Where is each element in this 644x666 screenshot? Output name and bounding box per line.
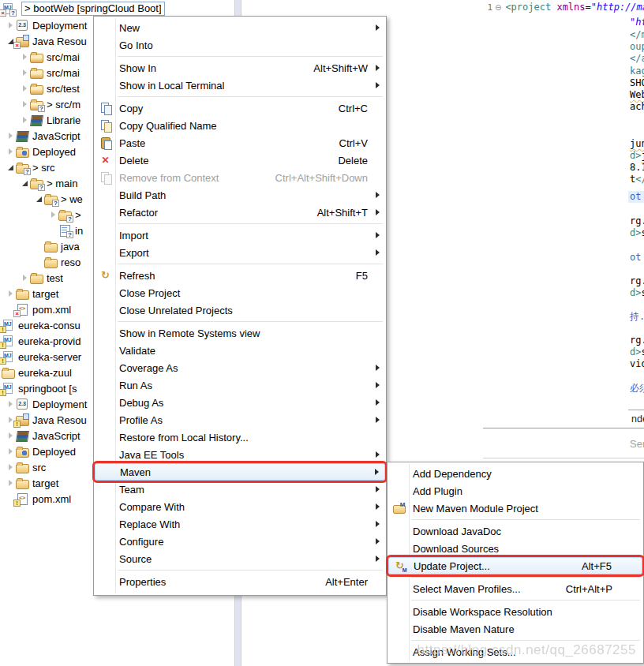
expand-arrow-icon[interactable] xyxy=(19,101,30,107)
view-tab-label: Servers xyxy=(630,438,644,450)
menu-separator xyxy=(118,570,383,571)
menu-separator xyxy=(118,96,383,97)
expand-arrow-icon[interactable] xyxy=(19,54,30,60)
menu-item-restore-from-local-history[interactable]: Restore from Local History... xyxy=(95,428,385,446)
expand-arrow-icon[interactable] xyxy=(19,85,30,92)
code-segment-txt: spring-boot-starter- xyxy=(641,346,644,357)
menu-item-maven[interactable]: Maven xyxy=(95,463,385,481)
code-segment-com: ot 热部署 --> xyxy=(630,252,644,263)
menu-item-label: Delete xyxy=(119,155,338,166)
menu-item-java-ee-tools[interactable]: Java EE Tools xyxy=(95,446,385,463)
menu-item-export[interactable]: Export xyxy=(95,244,385,261)
expand-arrow-icon[interactable] xyxy=(5,448,16,455)
collapse-arrow-icon[interactable] xyxy=(5,165,16,170)
expand-arrow-icon[interactable] xyxy=(5,290,16,297)
menu-item-disable-maven-nature[interactable]: Disable Maven Nature xyxy=(388,620,642,638)
menu-item-close-project[interactable]: Close Project xyxy=(95,284,385,301)
menu-item-profile-as[interactable]: Profile As xyxy=(95,411,385,428)
folder-icon xyxy=(16,287,28,300)
expand-arrow-icon[interactable] xyxy=(5,432,16,439)
code-segment-tag: <project xyxy=(505,2,551,13)
expand-arrow-icon[interactable] xyxy=(5,22,16,28)
menu-item-remove-from-context: Remove from ContextCtrl+Alt+Shift+Down xyxy=(95,169,385,186)
menu-item-download-javadoc[interactable]: Download JavaDoc xyxy=(388,522,642,540)
menu-item-copy[interactable]: CopyCtrl+C xyxy=(95,99,385,117)
menu-item-select-maven-profiles[interactable]: Select Maven Profiles...Ctrl+Alt+P xyxy=(388,580,642,597)
menu-item-new[interactable]: New xyxy=(95,19,385,36)
menu-item-go-into[interactable]: Go Into xyxy=(95,36,385,54)
submenu-arrow-icon xyxy=(376,451,385,458)
tree-item-label: Deployed xyxy=(32,146,76,158)
menu-item-show-in[interactable]: Show InAlt+Shift+W xyxy=(95,59,385,77)
menu-item-source[interactable]: Source xyxy=(95,550,385,567)
submenu-arrow-icon xyxy=(376,417,385,423)
expand-arrow-icon[interactable] xyxy=(5,133,16,139)
view-tab-servers[interactable]: Servers xyxy=(630,438,644,450)
menu-item-shortcut: F5 xyxy=(356,270,368,282)
menu-item-label: Add Plugin xyxy=(413,485,633,497)
menu-item-new-maven-module-project[interactable]: New Maven Module Project xyxy=(388,500,642,517)
menu-item-close-unrelated-projects[interactable]: Close Unrelated Projects xyxy=(95,301,385,319)
expand-arrow-icon[interactable] xyxy=(5,464,16,470)
menu-item-refresh[interactable]: RefreshF5 xyxy=(95,267,385,284)
menu-item-add-dependency[interactable]: Add Dependency xyxy=(388,465,642,482)
menu-item-assign-working-sets[interactable]: Assign Working Sets... xyxy=(388,643,642,660)
menu-item-update-project[interactable]: Update Project...Alt+F5 xyxy=(388,557,642,574)
tree-item-label: java xyxy=(61,241,80,253)
deployed-icon xyxy=(16,145,28,158)
menu-item-show-in-local-terminal[interactable]: Show in Local Terminal xyxy=(95,77,385,94)
folder-icon: ? xyxy=(44,193,57,205)
menu-item-copy-qualified-name[interactable]: Copy Qualified Name xyxy=(95,117,385,134)
menu-item-label: Export xyxy=(119,247,376,259)
menu-item-coverage-as[interactable]: Coverage As xyxy=(95,359,385,376)
submenu-arrow-icon xyxy=(376,192,385,198)
menu-item-delete[interactable]: DeleteDelete xyxy=(95,152,385,169)
expand-arrow-icon[interactable] xyxy=(19,275,30,281)
menu-item-label: Copy xyxy=(119,103,339,114)
menu-item-properties[interactable]: PropertiesAlt+Enter xyxy=(95,573,385,590)
collapse-arrow-icon[interactable] xyxy=(19,181,30,186)
menu-item-compare-with[interactable]: Compare With xyxy=(95,498,385,515)
menu-item-team[interactable]: Team xyxy=(95,481,385,498)
menu-item-configure[interactable]: Configure xyxy=(95,533,385,550)
tree-item-label: JavaScript xyxy=(32,130,80,142)
menu-item-run-as[interactable]: Run As xyxy=(95,376,385,394)
tree-item-label: Java Resou xyxy=(32,414,87,426)
expand-arrow-icon[interactable] xyxy=(5,148,16,155)
menu-item-validate[interactable]: Validate xyxy=(95,342,385,359)
menu-item-show-in-remote-systems-view[interactable]: Show in Remote Systems view xyxy=(95,324,385,342)
maven-project-icon: × ? xyxy=(2,2,14,15)
menu-icon-cell xyxy=(95,102,116,114)
menu-item-label: Properties xyxy=(119,576,325,588)
menu-item-paste[interactable]: PasteCtrl+V xyxy=(95,134,385,152)
menu-item-debug-as[interactable]: Debug As xyxy=(95,394,385,411)
editor-bottom-tabs: ndency HierarchyEffective POMpom.xml xyxy=(483,410,644,428)
expand-arrow-icon[interactable] xyxy=(5,401,16,407)
expand-arrow-icon[interactable] xyxy=(19,117,30,123)
code-line: kaging> xyxy=(630,65,644,77)
expand-arrow-icon[interactable] xyxy=(47,211,58,218)
tab-ndency-hierarchy[interactable]: ndency Hierarchy xyxy=(628,410,644,428)
menu-item-add-plugin[interactable]: Add Plugin xyxy=(388,482,642,500)
menu-item-replace-with[interactable]: Replace With xyxy=(95,515,385,533)
menu-item-build-path[interactable]: Build Path xyxy=(95,186,385,204)
menu-item-shortcut: Alt+Shift+T xyxy=(317,207,368,219)
code-segment-com: 持. --> xyxy=(630,311,644,322)
menu-item-download-sources[interactable]: Download Sources xyxy=(388,540,642,557)
code-line: 持. --> xyxy=(630,311,644,323)
menu-item-label: Close Unrelated Projects xyxy=(119,305,376,316)
menu-item-refactor[interactable]: RefactorAlt+Shift+T xyxy=(95,204,385,221)
code-segment-txt: spring-boot- xyxy=(641,287,644,298)
books-icon xyxy=(16,129,28,142)
menu-item-disable-workspace-resolution[interactable]: Disable Workspace Resolution xyxy=(388,603,642,620)
menu-item-label: Assign Working Sets... xyxy=(413,646,633,658)
code-segment-txt: vided xyxy=(630,358,644,369)
expand-arrow-icon[interactable] xyxy=(19,69,30,76)
collapse-arrow-icon[interactable] xyxy=(33,196,44,202)
tree-item-label: Java Resou xyxy=(32,36,87,47)
menu-item-import[interactable]: Import xyxy=(95,226,385,244)
tree-item-bootweb-root[interactable]: × ? > bootWeb [springCloud Boot] xyxy=(0,1,165,17)
menu-separator xyxy=(411,577,640,578)
menu-icon-cell xyxy=(388,502,410,514)
expand-arrow-icon[interactable] xyxy=(5,480,16,486)
